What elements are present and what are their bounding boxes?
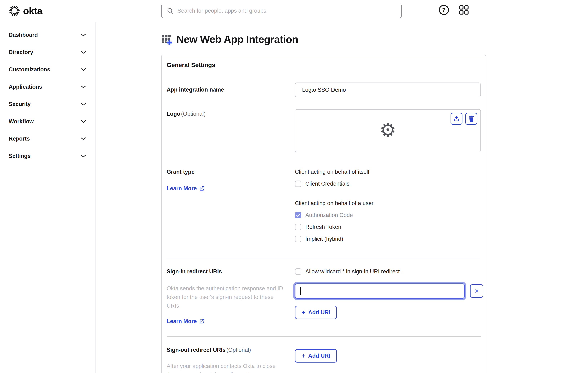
learn-more-label: Learn More xyxy=(167,185,197,192)
search-icon xyxy=(167,7,174,14)
checkbox-label: Client Credentials xyxy=(305,181,349,187)
text-caret xyxy=(300,287,301,295)
signin-uris-label: Sign-in redirect URIs xyxy=(167,268,295,275)
checkbox-box[interactable] xyxy=(295,236,301,242)
chevron-down-icon xyxy=(81,68,86,71)
chevron-down-icon xyxy=(81,103,86,106)
apps-grid-icon[interactable] xyxy=(458,4,470,15)
grant-group-self-label: Client acting on behalf of itself xyxy=(295,169,481,175)
help-icon[interactable]: ? xyxy=(439,5,449,15)
chevron-down-icon xyxy=(81,137,86,140)
signout-add-uri-button[interactable]: + Add URI xyxy=(295,349,337,362)
sidebar-item-label: Reports xyxy=(9,136,30,142)
remove-uri-button[interactable]: × xyxy=(470,284,483,298)
logo-label: Logo xyxy=(167,111,180,117)
sidebar-item-reports[interactable]: Reports xyxy=(0,130,95,147)
section-divider xyxy=(167,336,481,337)
global-search xyxy=(161,4,402,18)
grant-learn-more-link[interactable]: Learn More xyxy=(167,185,205,192)
external-link-icon xyxy=(199,319,205,324)
plus-icon: + xyxy=(302,352,305,360)
sidebar-item-dashboard[interactable]: Dashboard xyxy=(0,26,95,44)
chevron-down-icon xyxy=(81,51,86,54)
signin-uris-description: Okta sends the authentication response a… xyxy=(167,284,284,310)
logo-optional-label: (Optional) xyxy=(181,111,206,117)
sidebar-item-workflow[interactable]: Workflow xyxy=(0,113,95,130)
chevron-down-icon xyxy=(81,33,86,37)
main-content: New Web App Integration General Settings… xyxy=(95,22,588,373)
learn-more-label: Learn More xyxy=(167,318,197,325)
add-uri-label: Add URI xyxy=(308,353,330,359)
general-settings-card: General Settings App integration name Lo… xyxy=(161,55,486,373)
checkbox-label: Implicit (hybrid) xyxy=(305,236,343,242)
page-title: New Web App Integration xyxy=(176,33,298,45)
sidebar-item-label: Security xyxy=(9,101,31,107)
signin-uri-input[interactable] xyxy=(295,283,465,298)
upload-logo-button[interactable] xyxy=(451,113,462,125)
sidebar-item-directory[interactable]: Directory xyxy=(0,44,95,61)
app-name-label: App integration name xyxy=(167,86,224,93)
signout-uris-label: Sign-out redirect URIs xyxy=(167,347,226,353)
external-link-icon xyxy=(199,186,205,191)
gear-icon: ⚙ xyxy=(379,121,396,139)
logo-preview-box: ⚙ xyxy=(295,109,481,152)
wildcard-checkbox-row[interactable]: Allow wildcard * in sign-in URI redirect… xyxy=(295,268,483,275)
chevron-down-icon xyxy=(81,120,86,123)
checkbox-implicit-hybrid[interactable]: Implicit (hybrid) xyxy=(295,236,481,242)
checkbox-refresh-token[interactable]: Refresh Token xyxy=(295,224,481,230)
checkbox-box[interactable] xyxy=(295,212,301,218)
checkbox-client-credentials[interactable]: Client Credentials xyxy=(295,181,481,187)
logo-row: Logo (Optional) ⚙ xyxy=(162,109,486,152)
signout-optional-label: (Optional) xyxy=(226,347,251,353)
add-uri-label: Add URI xyxy=(308,309,330,316)
app-name-input[interactable] xyxy=(295,83,481,97)
chevron-down-icon xyxy=(81,154,86,158)
brand-name: okta xyxy=(23,5,42,16)
grant-group-user-label: Client acting on behalf of a user xyxy=(295,200,481,206)
sidebar-item-label: Directory xyxy=(9,49,33,55)
delete-logo-button[interactable] xyxy=(465,113,477,125)
sidebar-item-settings[interactable]: Settings xyxy=(0,147,95,165)
app-add-icon xyxy=(161,33,173,45)
checkbox-box[interactable] xyxy=(295,268,301,275)
sidebar-item-label: Workflow xyxy=(9,118,34,125)
signout-uris-row: Sign-out redirect URIs (Optional) After … xyxy=(162,347,486,373)
grant-type-label: Grant type xyxy=(167,169,295,175)
search-input[interactable] xyxy=(178,4,401,18)
checkbox-label: Refresh Token xyxy=(305,224,341,230)
sidebar-item-label: Settings xyxy=(9,153,31,159)
checkbox-box[interactable] xyxy=(295,224,301,230)
section-divider xyxy=(167,258,481,258)
checkbox-box[interactable] xyxy=(295,181,301,187)
okta-logo[interactable]: okta xyxy=(9,0,42,22)
general-settings-heading: General Settings xyxy=(162,55,486,68)
sidebar-item-customizations[interactable]: Customizations xyxy=(0,61,95,78)
grant-type-row: Grant type Learn More Client acting on b… xyxy=(162,169,486,242)
sidebar-item-label: Customizations xyxy=(9,66,50,73)
checkbox-label: Authorization Code xyxy=(305,212,353,218)
okta-sunburst-icon xyxy=(9,5,20,17)
signin-learn-more-link[interactable]: Learn More xyxy=(167,318,205,325)
sidebar-item-security[interactable]: Security xyxy=(0,96,95,113)
sidebar-item-label: Applications xyxy=(9,84,42,90)
check-icon xyxy=(296,213,300,217)
signout-uris-description: After your application contacts Okta to … xyxy=(167,362,284,373)
checkbox-authorization-code[interactable]: Authorization Code xyxy=(295,212,481,218)
topbar: okta ? xyxy=(0,0,588,22)
signin-add-uri-button[interactable]: + Add URI xyxy=(295,306,337,319)
chevron-down-icon xyxy=(81,85,86,88)
sidebar-item-applications[interactable]: Applications xyxy=(0,78,95,96)
sidebar-item-label: Dashboard xyxy=(9,32,38,38)
app-name-row: App integration name xyxy=(162,83,486,97)
wildcard-label: Allow wildcard * in sign-in URI redirect… xyxy=(305,268,401,275)
signin-uris-row: Sign-in redirect URIs Okta sends the aut… xyxy=(162,268,486,325)
sidebar: Dashboard Directory Customizations Appli… xyxy=(0,22,95,373)
plus-icon: + xyxy=(302,309,305,316)
